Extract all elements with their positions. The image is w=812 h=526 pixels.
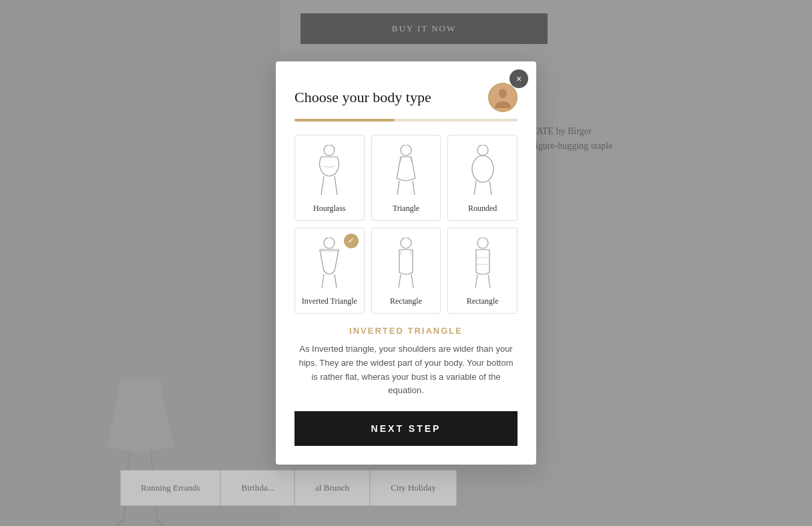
svg-line-16 [321,176,324,195]
svg-line-25 [474,181,476,195]
body-type-inverted-triangle[interactable]: ✓ Inverted Triangle [294,228,365,314]
svg-line-20 [413,181,415,195]
svg-point-23 [477,145,488,156]
svg-line-32 [399,274,401,288]
svg-line-28 [322,274,324,288]
svg-line-17 [335,176,337,195]
body-type-rectangle-1[interactable]: Rectangle [371,228,441,314]
close-icon: × [516,73,522,84]
svg-point-36 [477,238,488,248]
selected-type-description: As Inverted triangle, your shoulders are… [294,342,518,398]
body-type-rectangle-2-label: Rectangle [467,296,499,306]
avatar [488,83,518,112]
progress-bar-track [294,119,518,121]
selected-type-name: INVERTED TRIANGLE [294,326,518,336]
body-type-triangle[interactable]: Triangle [371,135,441,221]
body-type-rounded-label: Rounded [468,204,497,214]
svg-line-37 [475,274,477,288]
svg-line-29 [335,274,337,288]
svg-point-14 [499,89,507,98]
body-type-inverted-triangle-label: Inverted Triangle [302,296,357,306]
body-type-modal: × Choose your body type [276,61,536,465]
svg-point-15 [324,145,335,156]
body-type-triangle-label: Triangle [393,204,419,214]
body-type-hourglass[interactable]: Hourglass [294,135,365,221]
body-type-rectangle-2[interactable]: Rectangle [447,228,518,314]
svg-line-19 [397,181,399,195]
body-type-hourglass-label: Hourglass [313,204,345,214]
progress-bar-fill [294,119,395,121]
svg-point-18 [401,145,411,156]
svg-point-27 [324,238,335,248]
body-type-rectangle-1-label: Rectangle [390,296,422,306]
modal-overlay: × Choose your body type [0,0,812,526]
modal-close-button[interactable]: × [510,69,528,88]
svg-line-35 [410,250,411,255]
body-type-rounded[interactable]: Rounded [447,135,518,221]
svg-line-33 [411,274,413,288]
modal-header: Choose your body type [294,83,518,112]
svg-point-24 [472,156,493,182]
svg-line-26 [489,181,491,195]
selected-checkmark: ✓ [344,234,359,248]
modal-title: Choose your body type [294,89,431,106]
svg-line-34 [401,250,402,255]
next-step-button[interactable]: NEXT STEP [294,411,518,446]
body-type-grid: Hourglass Triangle [294,135,518,314]
svg-line-38 [488,274,490,288]
svg-point-31 [401,238,411,248]
